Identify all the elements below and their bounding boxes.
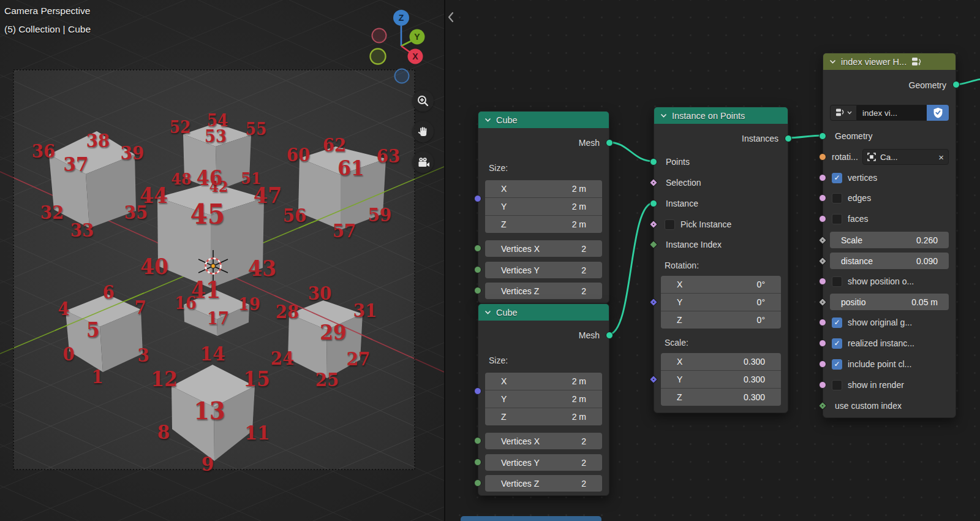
mesh-output-socket[interactable] <box>606 332 613 339</box>
size-label-text: Size: <box>489 356 508 365</box>
node-header[interactable]: Cube <box>478 112 609 128</box>
output-row-mesh: Mesh <box>478 327 609 343</box>
show-original-socket[interactable] <box>819 319 826 326</box>
vertices-socket[interactable] <box>819 174 826 181</box>
node-cube-2[interactable]: Cube Mesh Size: X2 m Y2 m Z2 m Vertices … <box>478 303 609 496</box>
rotation-y-field[interactable]: Y0° <box>661 294 781 311</box>
cube-instance <box>288 300 363 378</box>
size-z-field[interactable]: Z2 m <box>485 408 602 425</box>
show-original-row: ✓ show original g... <box>823 314 956 330</box>
group-browse-button[interactable] <box>830 105 857 121</box>
axis-neg-z-ball[interactable] <box>395 69 409 83</box>
vertices-y-field[interactable]: Vertices Y2 <box>485 454 602 471</box>
show-position-socket[interactable] <box>819 278 826 285</box>
show-in-render-checkbox[interactable] <box>832 380 842 390</box>
size-input-socket[interactable] <box>474 387 481 395</box>
rotation-object-socket[interactable] <box>819 153 826 161</box>
size-vector-group[interactable]: X2 m Y2 m Z2 m <box>485 373 602 425</box>
size-y-field[interactable]: Y2 m <box>485 390 602 408</box>
node-cube-1[interactable]: Cube Mesh Size: X2 m Y2 m Z2 m Vertices … <box>478 111 609 303</box>
camera-view-button[interactable] <box>412 151 434 173</box>
instance-input-socket[interactable] <box>650 200 657 207</box>
vertices-y-socket[interactable] <box>474 266 481 273</box>
node-header[interactable]: index viewer H... <box>823 53 956 70</box>
include-point-socket[interactable] <box>819 360 826 368</box>
partial-node-header[interactable] <box>461 516 601 521</box>
chevron-down-icon <box>484 118 491 122</box>
scale-slider[interactable]: Scale 0.260 <box>830 232 949 248</box>
hand-icon <box>417 126 429 138</box>
collapse-region-arrow[interactable] <box>447 10 455 24</box>
geometry-input-socket[interactable] <box>819 132 826 140</box>
size-input-socket[interactable] <box>474 195 481 202</box>
size-x-field[interactable]: X2 m <box>485 180 602 197</box>
include-point-checkbox[interactable]: ✓ <box>832 359 842 370</box>
axis-neg-x-ball[interactable] <box>372 29 386 43</box>
cube-instance <box>184 290 249 336</box>
faces-checkbox[interactable] <box>832 214 842 224</box>
zoom-tool-button[interactable] <box>412 90 434 112</box>
clear-object-icon[interactable]: × <box>938 152 944 162</box>
pan-tool-button[interactable] <box>412 121 434 142</box>
vertices-z-socket[interactable] <box>474 287 481 294</box>
node-instance-on-points[interactable]: Instance on Points Instances Points Sele… <box>654 107 788 413</box>
axis-x-ball[interactable]: X <box>408 49 423 64</box>
group-name-field[interactable]: index vi... <box>857 105 927 121</box>
realized-instances-socket[interactable] <box>819 340 826 347</box>
show-in-render-socket[interactable] <box>819 381 826 389</box>
mesh-output-socket[interactable] <box>606 139 613 146</box>
vertices-x-socket[interactable] <box>474 245 481 252</box>
vertices-z-field[interactable]: Vertices Z2 <box>485 475 602 492</box>
vertices-z-field[interactable]: Vertices Z2 <box>485 283 602 299</box>
field-label: X <box>501 184 507 194</box>
size-x-field[interactable]: X2 m <box>485 373 602 390</box>
region-divider[interactable] <box>444 0 445 521</box>
size-z-field[interactable]: Z2 m <box>485 216 602 233</box>
axis-neg-y-ball[interactable] <box>371 49 386 64</box>
distance-slider[interactable]: distance 0.090 <box>830 253 949 269</box>
field-value: 0° <box>757 280 765 289</box>
faces-socket[interactable] <box>819 215 826 222</box>
object-picker-field[interactable]: Ca... × <box>862 149 949 165</box>
pick-instance-checkbox[interactable] <box>665 219 675 230</box>
rotation-z-field[interactable]: Z0° <box>661 311 781 329</box>
field-label: Y <box>501 394 507 404</box>
wire-mesh-points <box>608 142 654 161</box>
field-label: Y <box>501 202 507 211</box>
rotation-x-field[interactable]: X0° <box>661 276 781 293</box>
vertices-x-field[interactable]: Vertices X2 <box>485 433 602 449</box>
viewport-3d[interactable]: 3638393732333552545355484246514447454043… <box>0 0 444 521</box>
fake-user-button[interactable] <box>927 105 949 121</box>
node-header[interactable]: Instance on Points <box>654 107 788 124</box>
show-original-checkbox[interactable]: ✓ <box>832 318 842 328</box>
vertices-z-socket[interactable] <box>474 479 481 487</box>
axis-y-ball[interactable]: Y <box>410 29 425 45</box>
scale-x-field[interactable]: X0.300 <box>661 353 781 370</box>
show-position-checkbox[interactable] <box>832 276 842 287</box>
realized-instances-checkbox[interactable]: ✓ <box>832 338 842 349</box>
points-input-socket[interactable] <box>650 158 657 165</box>
vertices-x-field[interactable]: Vertices X2 <box>485 240 602 257</box>
input-label: Geometry <box>835 131 872 141</box>
position-slider[interactable]: positio 0.05 m <box>830 294 949 310</box>
instances-output-socket[interactable] <box>785 135 792 142</box>
scale-z-field[interactable]: Z0.300 <box>661 389 781 406</box>
vertices-checkbox[interactable]: ✓ <box>832 173 842 183</box>
geometry-node-editor[interactable]: Cube Mesh Size: X2 m Y2 m Z2 m Vertices … <box>445 0 980 521</box>
vertices-x-socket[interactable] <box>474 437 481 444</box>
scale-y-field[interactable]: Y0.300 <box>661 371 781 388</box>
size-y-field[interactable]: Y2 m <box>485 198 602 215</box>
edges-checkbox[interactable] <box>832 193 842 203</box>
rotation-vector-group[interactable]: X0° Y0° Z0° <box>661 276 781 329</box>
geometry-output-socket[interactable] <box>952 81 960 88</box>
field-label: Y <box>677 375 682 384</box>
axis-z-ball[interactable]: Z <box>393 10 409 26</box>
node-index-viewer[interactable]: index viewer H... Geometry <box>823 53 956 418</box>
vertices-y-socket[interactable] <box>474 458 481 466</box>
edges-socket[interactable] <box>819 194 826 202</box>
size-vector-group[interactable]: X2 m Y2 m Z2 m <box>485 180 602 233</box>
navigation-gizmo[interactable]: Z Y X <box>364 5 444 85</box>
node-header[interactable]: Cube <box>478 304 609 321</box>
vertices-y-field[interactable]: Vertices Y2 <box>485 262 602 278</box>
scale-vector-group[interactable]: X0.300 Y0.300 Z0.300 <box>661 353 781 406</box>
